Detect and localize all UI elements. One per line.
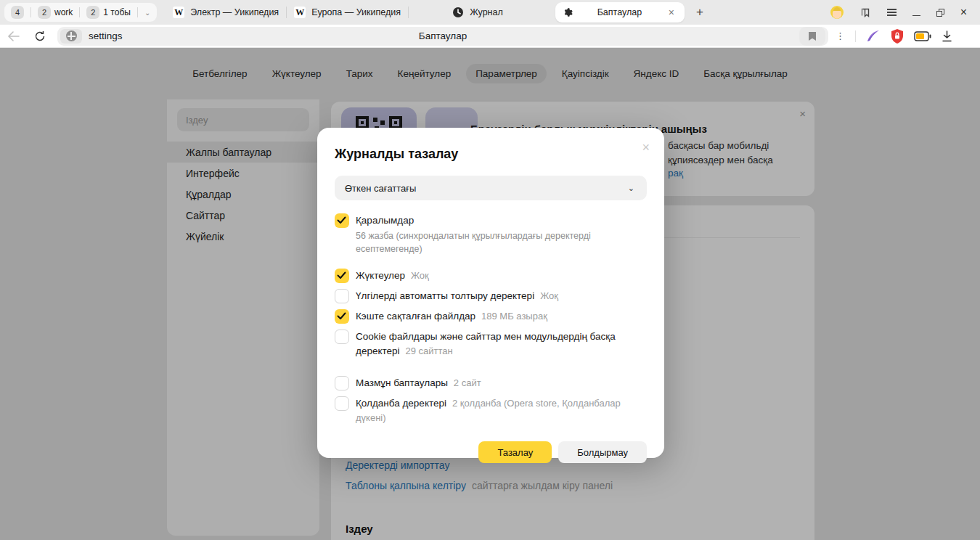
tab-group-label: work	[54, 7, 73, 17]
cancel-button[interactable]: Болдырмау	[558, 441, 647, 463]
checkbox-label: Кэште сақталған файлдар189 МБ азырақ	[356, 309, 547, 324]
checkbox-unchecked[interactable]	[335, 396, 349, 411]
address-bar[interactable]: settings Баптаулар	[57, 27, 828, 46]
checkbox-label: Мазмұн баптаулары2 сайт	[356, 376, 481, 390]
chevron-down-icon: ⌄	[626, 184, 637, 193]
tab-group-toby[interactable]: 2 1 тобы	[84, 6, 133, 19]
tabbar-right-controls: ×	[830, 6, 980, 19]
quill-extension-icon[interactable]	[866, 30, 881, 43]
tab-group-count: 4	[11, 6, 24, 19]
checkbox-row-content-settings[interactable]: Мазмұн баптаулары2 сайт	[335, 376, 647, 390]
checkbox-label: ЖүктеулерЖоқ	[356, 269, 429, 283]
tab-group-count: 2	[38, 6, 51, 19]
browser-window: 4 2 work 2 1 тобы ⌄ W Электр — Уикипедия…	[0, 0, 980, 540]
tab-bar: 4 2 work 2 1 тобы ⌄ W Электр — Уикипедия…	[0, 0, 980, 25]
tab-history[interactable]: Журнал	[409, 2, 547, 22]
wikipedia-icon: W	[173, 7, 184, 18]
divider	[137, 7, 138, 17]
checkbox-label: Үлгілерді автоматты толтыру деректеріЖоқ	[356, 289, 558, 303]
close-icon[interactable]: ×	[639, 138, 653, 157]
checkbox-unchecked[interactable]	[335, 330, 349, 344]
new-tab-button[interactable]: +	[692, 5, 708, 20]
url-text: settings	[89, 30, 123, 41]
tab-wikipedia-electr[interactable]: W Электр — Уикипедия	[166, 2, 286, 22]
tab-title: Журнал	[470, 7, 503, 17]
tab-groups[interactable]: 4 2 work 2 1 тобы ⌄	[4, 3, 157, 22]
checkbox-row-app-data[interactable]: Қолданба деректері2 қолданба (Opera stor…	[335, 396, 647, 425]
bookmark-pill[interactable]	[799, 27, 825, 46]
avatar[interactable]	[830, 6, 844, 19]
tab-group-label: 1 тобы	[103, 7, 131, 17]
gear-icon	[563, 7, 573, 18]
page-title: Баптаулар	[57, 30, 828, 41]
divider	[855, 30, 856, 42]
checkbox-label: Cookie файлдары және сайттар мен модульд…	[356, 330, 640, 359]
checkbox-meta: Жоқ	[540, 290, 558, 301]
checkbox-row-cookies[interactable]: Cookie файлдары және сайттар мен модульд…	[335, 330, 647, 359]
checkbox-row-cache[interactable]: Кэште сақталған файлдар189 МБ азырақ	[335, 309, 647, 324]
panels-icon[interactable]	[859, 7, 871, 18]
time-range-select[interactable]: Өткен сағаттағы ⌄	[335, 176, 647, 200]
checkbox-unchecked[interactable]	[335, 289, 349, 303]
yandex-browser-icon	[66, 30, 77, 41]
tab-title: Еуропа — Уикипедия	[311, 7, 401, 17]
clear-button[interactable]: Тазалау	[478, 441, 552, 463]
chevron-down-icon[interactable]: ⌄	[142, 9, 152, 17]
tab-group-work[interactable]: 2 work	[36, 6, 75, 19]
tab-title: Баптаулар	[597, 7, 642, 17]
address-toolbar: settings Баптаулар ⋮	[0, 25, 980, 48]
clock-icon	[452, 7, 464, 18]
checkbox-checked[interactable]	[335, 213, 349, 228]
wikipedia-icon: W	[294, 7, 306, 18]
reload-icon[interactable]	[27, 30, 53, 42]
checkbox-meta: 2 сайт	[454, 377, 481, 388]
checkbox-row-autofill[interactable]: Үлгілерді автоматты толтыру деректеріЖоқ	[335, 289, 647, 303]
close-icon[interactable]: ×	[666, 6, 677, 19]
dialog-title: Журналды тазалау	[335, 145, 647, 163]
divider	[30, 7, 31, 17]
divider	[79, 7, 80, 17]
close-window-button[interactable]: ×	[960, 6, 967, 19]
back-icon[interactable]	[0, 31, 27, 41]
checkbox-checked[interactable]	[335, 309, 349, 324]
time-range-value: Өткен сағаттағы	[345, 183, 416, 194]
checkbox-meta: 189 МБ азырақ	[481, 311, 547, 322]
checkbox-subtext: 56 жазба (синхрондалатын құрылғылардағы …	[356, 229, 647, 255]
more-icon[interactable]: ⋮	[836, 31, 845, 41]
checkbox-row-views[interactable]: Қаралымдар	[335, 213, 647, 228]
bookmark-icon	[808, 31, 817, 41]
tab-group-count: 2	[86, 6, 99, 19]
checkbox-meta: 29 сайттан	[406, 345, 453, 356]
checkbox-row-downloads[interactable]: ЖүктеулерЖоқ	[335, 269, 647, 283]
menu-icon[interactable]	[887, 9, 897, 16]
checkbox-meta: Жоқ	[411, 270, 429, 281]
clear-history-dialog: Журналды тазалау × Өткен сағаттағы ⌄ Қар…	[317, 128, 664, 458]
site-favicon-chip	[60, 29, 82, 44]
tab-wikipedia-europa[interactable]: W Еуропа — Уикипедия	[287, 2, 408, 22]
tab-title: Электр — Уикипедия	[190, 7, 279, 17]
protect-shield-icon[interactable]	[891, 29, 904, 44]
minimize-button[interactable]	[912, 9, 920, 16]
checkbox-unchecked[interactable]	[335, 376, 349, 390]
checkbox-checked[interactable]	[335, 269, 349, 283]
battery-icon[interactable]	[914, 31, 931, 41]
tab-group-4[interactable]: 4	[9, 6, 26, 19]
download-icon[interactable]	[942, 30, 952, 42]
restore-button[interactable]	[936, 9, 944, 17]
checkbox-label: Қаралымдар	[356, 213, 414, 228]
tab-settings-active[interactable]: Баптаулар ×	[555, 2, 685, 22]
checkbox-label: Қолданба деректері2 қолданба (Opera stor…	[356, 396, 640, 425]
toolbar-extensions: ⋮	[836, 29, 952, 44]
